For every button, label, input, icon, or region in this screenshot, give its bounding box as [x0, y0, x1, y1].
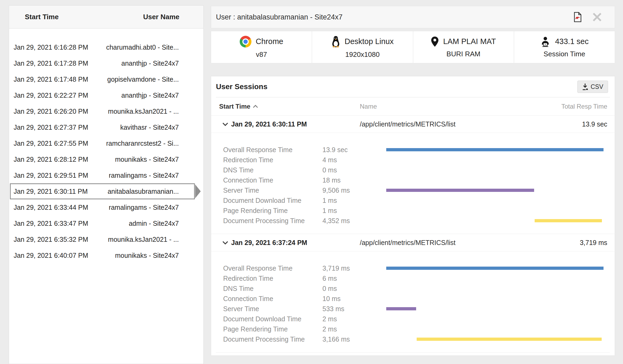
linux-penguin-icon — [331, 36, 340, 48]
metric-value: 0 ms — [322, 285, 386, 292]
metric-row: DNS Time 0 ms — [223, 165, 604, 175]
metric-value: 533 ms — [322, 305, 386, 313]
session-user-name: gopiselvamdone - Site... — [107, 76, 179, 83]
metric-label: Redirection Time — [223, 275, 322, 282]
session-row[interactable]: Jan 29, 2021 6:30:11 PM /app/client/metr… — [211, 115, 615, 133]
session-list-item[interactable]: Jan 29, 2021 6:17:28 PM ananthjp - Site2… — [10, 55, 195, 71]
metric-label: Document Download Time — [223, 315, 322, 323]
name-column-header[interactable]: Name — [360, 103, 527, 110]
export-pdf-button[interactable] — [574, 12, 582, 22]
metric-row: Document Processing Time 4,352 ms — [223, 216, 604, 226]
start-time-sort-header[interactable]: Start Time — [219, 103, 360, 110]
divider — [216, 352, 610, 353]
metric-label: Server Time — [223, 187, 322, 194]
session-row[interactable]: Jan 29, 2021 6:37:24 PM /app/client/metr… — [211, 234, 615, 251]
session-user-name: anitabalasubramanian... — [108, 188, 179, 195]
session-user-name: ramcharanrcstest2 - Si... — [106, 140, 179, 147]
session-user-name: mounika.ksJan2021 - ... — [108, 236, 179, 243]
metric-value: 1 ms — [322, 207, 386, 215]
metric-value: 10 ms — [322, 295, 386, 303]
sessions-table-header: Start Time Name Total Resp Time — [211, 97, 615, 115]
metric-bar-area — [386, 317, 604, 321]
info-tile-browser: Chrome v87 — [211, 31, 312, 63]
session-list-panel: Start Time User Name Jan 29, 2021 6:16:2… — [9, 5, 204, 364]
chevron-down-icon — [222, 241, 228, 244]
session-list-item[interactable]: Jan 29, 2021 6:30:11 PM anitabalasubrama… — [10, 183, 195, 199]
session-info-bar: Chrome v87 Desktop Linux 1920x1080 — [211, 31, 615, 63]
session-list-item[interactable]: Jan 29, 2021 6:17:48 PM gopiselvamdone -… — [10, 71, 195, 87]
total-resp-time-column-header[interactable]: Total Resp Time — [527, 103, 607, 110]
metric-label: Redirection Time — [223, 156, 322, 164]
session-list-item[interactable]: Jan 29, 2021 6:16:28 PM charumadhi.abt0 … — [10, 39, 195, 55]
metric-value: 4,352 ms — [322, 217, 386, 225]
chevron-down-icon — [222, 122, 228, 126]
session-row-start-time: Jan 29, 2021 6:30:11 PM — [231, 120, 307, 128]
session-start-time: Jan 29, 2021 6:35:32 PM — [14, 236, 88, 243]
session-start-time: Jan 29, 2021 6:30:11 PM — [14, 188, 88, 195]
session-start-time: Jan 29, 2021 6:16:28 PM — [14, 43, 88, 51]
metric-label: Document Download Time — [223, 197, 322, 204]
metric-bar — [386, 267, 604, 270]
session-user-name: ramalingams - Site24x7 — [109, 172, 179, 179]
session-list: Jan 29, 2021 6:16:28 PM charumadhi.abt0 … — [9, 29, 203, 263]
session-start-time: Jan 29, 2021 6:22:27 PM — [14, 92, 88, 99]
metric-value: 3,719 ms — [322, 264, 386, 272]
session-row-total-resp-time: 3,719 ms — [527, 239, 607, 247]
metric-bar-area — [386, 277, 604, 280]
metric-label: Overall Response Time — [223, 264, 322, 272]
metric-bar — [535, 219, 602, 222]
info-tile-os: Desktop Linux 1920x1080 — [312, 31, 413, 63]
metric-bar-area — [386, 158, 604, 161]
metric-row: Server Time 533 ms — [223, 304, 604, 314]
session-list-item[interactable]: Jan 29, 2021 6:28:12 PM mounikaks - Site… — [10, 151, 195, 167]
info-tile-location: LAM PLAI MAT BURI RAM — [413, 31, 514, 63]
metric-label: Overall Response Time — [223, 146, 322, 154]
metric-bar — [386, 307, 416, 310]
metric-row: Document Download Time 1 ms — [223, 195, 604, 205]
metric-bar-area — [386, 297, 604, 300]
session-time-value: 433.1 sec — [555, 37, 589, 46]
session-metrics: Overall Response Time 3,719 ms Redirecti… — [211, 251, 615, 352]
metric-row: Connection Time 10 ms — [223, 294, 604, 304]
session-list-item[interactable]: Jan 29, 2021 6:22:27 PM ananthjp - Site2… — [10, 87, 195, 103]
session-list-item[interactable]: Jan 29, 2021 6:40:07 PM mounikaks - Site… — [10, 247, 195, 263]
session-user-name: kavithasr - Site24x7 — [120, 124, 179, 131]
pdf-file-icon — [574, 12, 582, 22]
user-detail-title: User : anitabalasubramanian - Site24x7 — [216, 13, 342, 21]
metric-bar-area — [386, 287, 604, 290]
session-metrics: Overall Response Time 13.9 sec Redirecti… — [211, 133, 615, 234]
session-list-item[interactable]: Jan 29, 2021 6:35:32 PM mounika.ksJan202… — [10, 231, 195, 247]
metric-label: Connection Time — [223, 295, 322, 303]
session-list-item[interactable]: Jan 29, 2021 6:33:44 PM ramalingams - Si… — [10, 199, 195, 215]
location-pin-icon — [431, 36, 439, 47]
metric-row: Connection Time 18 ms — [223, 175, 604, 185]
metric-row: Redirection Time 4 ms — [223, 155, 604, 165]
session-start-time: Jan 29, 2021 6:40:07 PM — [14, 252, 88, 259]
session-user-icon — [540, 36, 551, 47]
chrome-icon — [240, 36, 251, 48]
metric-row: Redirection Time 6 ms — [223, 273, 604, 283]
close-button[interactable] — [592, 12, 602, 22]
metric-row: Document Download Time 2 ms — [223, 314, 604, 324]
download-csv-button[interactable]: CSV — [577, 81, 608, 93]
session-list-item[interactable]: Jan 29, 2021 6:33:47 PM admin - Site24x7 — [10, 215, 195, 231]
location-city: LAM PLAI MAT — [443, 37, 496, 46]
metric-bar — [386, 189, 534, 192]
session-list-item[interactable]: Jan 29, 2021 6:27:55 PM ramcharanrcstest… — [10, 135, 195, 151]
metric-bar-area — [386, 189, 604, 192]
metric-bar — [386, 148, 604, 151]
session-start-time: Jan 29, 2021 6:27:37 PM — [14, 124, 88, 131]
session-list-item[interactable]: Jan 29, 2021 6:26:20 PM mounika.ksJan202… — [10, 103, 195, 119]
user-detail-header: User : anitabalasubramanian - Site24x7 — [211, 6, 615, 28]
metric-row: Page Rendering Time 2 ms — [223, 324, 604, 334]
csv-button-label: CSV — [591, 83, 603, 90]
session-list-item[interactable]: Jan 29, 2021 6:27:37 PM kavithasr - Site… — [10, 119, 195, 135]
session-user-name: mounika.ksJan2021 - ... — [108, 108, 179, 115]
session-list-item[interactable]: Jan 29, 2021 6:29:51 PM ramalingams - Si… — [10, 167, 195, 183]
location-region: BURI RAM — [447, 50, 480, 58]
session-user-name: ananthjp - Site24x7 — [121, 92, 179, 99]
session-row-name: /app/client/metrics/METRICS/list — [360, 120, 527, 128]
session-start-time: Jan 29, 2021 6:27:55 PM — [14, 140, 88, 147]
metric-label: DNS Time — [223, 166, 322, 174]
user-sessions-card: User Sessions CSV Start Time Name — [211, 76, 615, 356]
